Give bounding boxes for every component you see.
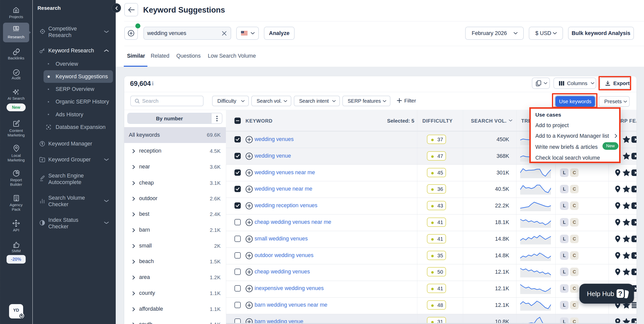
svg-text:?: ?: [618, 290, 622, 298]
